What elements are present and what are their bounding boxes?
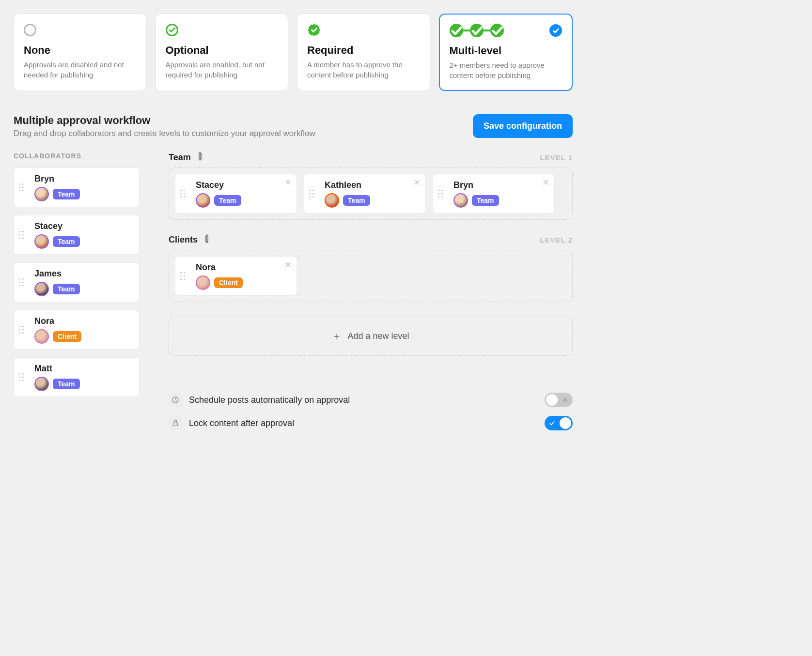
level-dropzone[interactable]: ✕ Nora Client [169,250,573,302]
svg-point-25 [22,373,24,375]
check-circle-outline-icon [166,24,178,36]
option-multi-level[interactable]: Multi-level 2+ members need to approve c… [439,14,573,91]
lock-toggle[interactable] [545,416,573,430]
option-desc: Approvals are enabled, but not required … [166,60,279,80]
role-badge: Team [53,236,80,247]
svg-point-26 [19,376,20,378]
level-number-label: LEVEL 1 [540,153,573,162]
svg-point-19 [22,326,24,327]
svg-point-2 [19,186,20,188]
svg-point-22 [19,332,20,334]
level-member-card[interactable]: ✕ Nora Client [175,256,297,296]
svg-point-61 [184,278,185,280]
add-level-label: Add a new level [347,331,409,341]
svg-point-9 [22,234,24,235]
svg-point-37 [184,193,185,194]
svg-point-17 [22,285,24,286]
save-configuration-button[interactable]: Save configuration [473,114,573,138]
section-title: Multiple approval workflow [14,114,315,127]
option-required[interactable]: Required A member has to approve the con… [297,14,430,91]
remove-member-button[interactable]: ✕ [542,178,549,187]
drag-handle-icon[interactable] [175,174,190,213]
option-desc: A member has to approve the content befo… [307,60,420,80]
rename-icon[interactable] [196,152,204,163]
option-optional[interactable]: Optional Approvals are enabled, but not … [156,14,289,91]
avatar [34,329,49,344]
level-name: Team [169,153,191,163]
level-dropzone[interactable]: ✕ Stacey Team ✕ Kathleen Team [169,168,573,220]
collaborator-card[interactable]: Bryn Team [14,168,140,207]
drag-handle-icon[interactable] [433,174,448,213]
drag-handle-icon[interactable] [14,310,29,349]
option-title: Optional [166,44,279,57]
drag-handle-icon[interactable] [304,174,319,213]
drag-handle-icon[interactable] [14,215,29,254]
svg-point-59 [184,275,185,276]
remove-member-button[interactable]: ✕ [284,178,292,187]
avatar [34,187,49,201]
level-name: Clients [169,235,198,245]
svg-point-38 [180,196,182,198]
level-member-card[interactable]: ✕ Bryn Team [433,174,555,214]
role-badge: Team [53,189,80,199]
collaborator-card[interactable]: Nora Client [14,310,140,350]
svg-point-24 [19,373,20,375]
toggle-row-schedule: Schedule posts automatically on approval [169,393,573,407]
svg-point-20 [19,329,20,330]
drag-handle-icon[interactable] [14,168,29,207]
level-number-label: LEVEL 2 [540,236,573,244]
svg-point-14 [19,281,20,283]
option-desc: Approvals are disabled and not needed fo… [24,60,137,80]
svg-point-15 [22,281,24,283]
workflow-area: COLLABORATORS Bryn Team Stacey Team Ja [14,152,573,430]
role-badge: Team [214,195,241,206]
collaborator-card[interactable]: Matt Team [14,357,140,397]
workflow-section-header: Multiple approval workflow Drag and drop… [14,114,573,138]
svg-point-0 [19,183,20,185]
level-member-card[interactable]: ✕ Stacey Team [175,174,297,214]
svg-point-27 [22,376,24,378]
svg-point-44 [309,196,311,198]
avatar [325,193,339,208]
collaborator-card[interactable]: Stacey Team [14,215,140,255]
approval-options: None Approvals are disabled and not need… [14,14,573,91]
add-level-button[interactable]: ＋ Add a new level [169,317,573,356]
collaborator-name: Stacey [34,221,133,231]
drag-handle-icon[interactable] [14,358,29,397]
avatar [196,193,210,208]
role-badge: Client [214,277,243,288]
svg-point-35 [184,190,185,191]
remove-member-button[interactable]: ✕ [413,178,421,187]
drag-handle-icon[interactable] [175,257,190,295]
svg-point-6 [19,231,20,232]
svg-point-47 [441,190,443,191]
plus-icon: ＋ [332,330,342,343]
schedule-toggle[interactable] [545,393,573,407]
selected-check-icon [549,24,562,37]
toggles-section: Schedule posts automatically on approval… [169,393,573,430]
svg-point-29 [22,380,24,381]
remove-member-button[interactable]: ✕ [284,260,292,269]
svg-point-39 [184,196,185,198]
option-desc: 2+ members need to approve content befor… [450,60,562,80]
none-icon [24,24,36,36]
collaborator-name: Matt [34,364,133,374]
svg-point-57 [184,272,185,274]
member-name: Nora [196,262,291,273]
svg-point-18 [19,326,20,327]
role-badge: Team [472,195,499,206]
avatar [453,193,468,208]
collaborators-sidebar: COLLABORATORS Bryn Team Stacey Team Ja [14,152,140,397]
level-member-card[interactable]: ✕ Kathleen Team [304,174,426,214]
toggle-label: Lock content after approval [189,418,294,428]
option-title: Required [307,44,420,57]
member-name: Stacey [196,180,291,190]
svg-point-46 [438,190,439,191]
collaborator-name: James [34,269,133,279]
collaborator-card[interactable]: James Team [14,262,140,302]
option-none[interactable]: None Approvals are disabled and not need… [14,14,147,91]
svg-point-60 [180,278,182,280]
level-block: Team LEVEL 1 ✕ Stacey Team ✕ [169,152,573,220]
rename-icon[interactable] [203,234,211,245]
drag-handle-icon[interactable] [14,263,29,302]
